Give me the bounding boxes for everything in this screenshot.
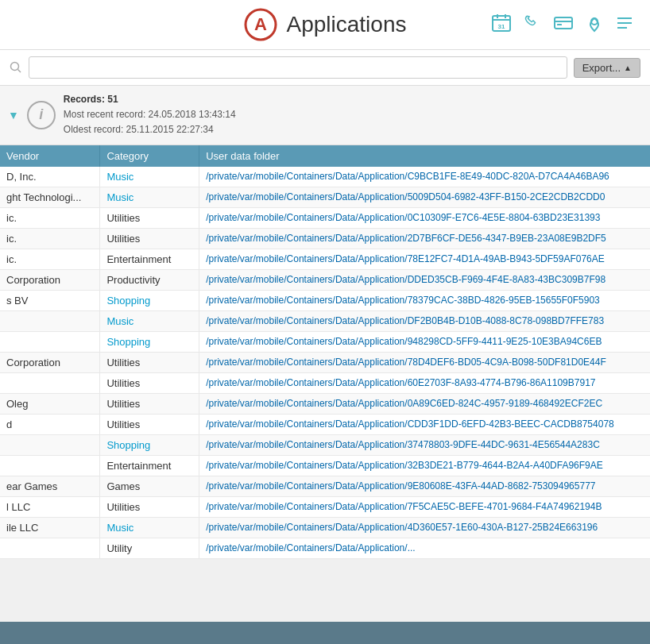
cell-vendor [0,455,100,476]
table-header: Vendor Category User data folder [0,145,650,167]
title-area: A Applications [244,8,407,41]
cell-vendor: ic. [0,228,100,249]
export-button[interactable]: Export... ▲ [574,58,640,78]
col-vendor: Vendor [0,145,100,167]
cell-path: /private/var/mobile/Containers/Data/Appl… [199,331,650,352]
search-icon [10,61,22,74]
phone-icon[interactable] [523,13,542,36]
header-toolbar: 31 [491,13,634,37]
app-header: A Applications 31 [0,0,650,50]
table-row: dUtilities/private/var/mobile/Containers… [0,414,650,434]
data-table-wrapper: Vendor Category User data folder D, Inc.… [0,145,650,559]
table-row: CorporationProductivity/private/var/mobi… [0,269,650,290]
table-row: OlegUtilities/private/var/mobile/Contain… [0,393,650,414]
cell-category: Productivity [100,269,199,290]
cell-category: Music [100,310,199,331]
cell-path: /private/var/mobile/Containers/Data/Appl… [199,455,650,476]
cell-path: /private/var/mobile/Containers/Data/Appl… [199,538,650,558]
cell-vendor [0,538,100,558]
cell-category: Shopping [100,331,199,352]
table-row: Utility/private/var/mobile/Containers/Da… [0,538,650,558]
table-row: s BVShopping/private/var/mobile/Containe… [0,290,650,310]
page-title: Applications [287,12,407,37]
cell-vendor: ic. [0,207,100,228]
cell-path: /private/var/mobile/Containers/Data/Appl… [199,310,650,331]
cell-category: Utilities [100,228,199,249]
svg-point-14 [11,63,19,71]
cell-vendor: ght Technologi... [0,187,100,207]
svg-text:31: 31 [498,23,505,30]
cell-category: Games [100,476,199,496]
table-row: Shopping/private/var/mobile/Containers/D… [0,331,650,352]
svg-rect-9 [557,24,562,25]
table-row: ic.Utilities/private/var/mobile/Containe… [0,207,650,228]
svg-text:A: A [254,14,267,34]
cell-path: /private/var/mobile/Containers/Data/Appl… [199,207,650,228]
menu-icon[interactable] [615,13,634,36]
cell-vendor [0,331,100,352]
table-row: CorporationUtilities/private/var/mobile/… [0,352,650,372]
cell-category: Utilities [100,207,199,228]
info-toggle-arrow[interactable]: ▼ [8,109,19,121]
cell-vendor: D, Inc. [0,167,100,187]
cell-category: Utilities [100,372,199,393]
cell-path: /private/var/mobile/Containers/Data/Appl… [199,476,650,496]
search-bar-area: Export... ▲ [0,50,650,86]
svg-rect-7 [555,17,572,29]
card-icon[interactable] [553,13,574,37]
applications-table: Vendor Category User data folder D, Inc.… [0,145,650,559]
search-input[interactable] [29,56,567,79]
cell-vendor: Corporation [0,352,100,372]
cell-path: /private/var/mobile/Containers/Data/Appl… [199,249,650,269]
cell-path: /private/var/mobile/Containers/Data/Appl… [199,434,650,455]
location-icon[interactable] [585,13,604,36]
table-row: ile LLCMusic/private/var/mobile/Containe… [0,517,650,538]
cell-path: /private/var/mobile/Containers/Data/Appl… [199,228,650,249]
col-user-data-folder: User data folder [199,145,650,167]
table-body: D, Inc.Music/private/var/mobile/Containe… [0,167,650,559]
info-icon: i [27,101,56,129]
cell-category: Music [100,517,199,538]
cell-category: Shopping [100,434,199,455]
cell-vendor: Oleg [0,393,100,414]
table-row: Shopping/private/var/mobile/Containers/D… [0,434,650,455]
cell-vendor: l LLC [0,496,100,517]
cell-category: Utilities [100,414,199,434]
table-row: D, Inc.Music/private/var/mobile/Containe… [0,167,650,187]
cell-vendor: ear Games [0,476,100,496]
cell-path: /private/var/mobile/Containers/Data/Appl… [199,393,650,414]
svg-line-15 [18,70,21,73]
cell-vendor: ic. [0,249,100,269]
app-logo-icon: A [244,8,277,41]
table-row: Music/private/var/mobile/Containers/Data… [0,310,650,331]
export-dropdown-arrow: ▲ [624,64,632,72]
info-text-block: Records: 51 Most recent record: 24.05.20… [64,92,236,138]
data-table-container[interactable]: Vendor Category User data folder D, Inc.… [0,145,650,559]
cell-category: Entertainment [100,455,199,476]
table-row: ght Technologi...Music/private/var/mobil… [0,187,650,207]
cell-path: /private/var/mobile/Containers/Data/Appl… [199,414,650,434]
cell-path: /private/var/mobile/Containers/Data/Appl… [199,372,650,393]
cell-vendor [0,372,100,393]
calendar-icon[interactable]: 31 [491,13,512,37]
cell-category: Utilities [100,352,199,372]
table-row: l LLCUtilities/private/var/mobile/Contai… [0,496,650,517]
table-row: Entertainment/private/var/mobile/Contain… [0,455,650,476]
cell-path: /private/var/mobile/Containers/Data/Appl… [199,187,650,207]
cell-category: Entertainment [100,249,199,269]
cell-path: /private/var/mobile/Containers/Data/Appl… [199,352,650,372]
cell-category: Shopping [100,290,199,310]
table-row: ic.Entertainment/private/var/mobile/Cont… [0,249,650,269]
cell-path: /private/var/mobile/Containers/Data/Appl… [199,269,650,290]
cell-category: Utilities [100,393,199,414]
cell-vendor: s BV [0,290,100,310]
cell-vendor [0,310,100,331]
cell-category: Music [100,187,199,207]
cell-category: Music [100,167,199,187]
bottom-bar [0,622,650,644]
cell-vendor: ile LLC [0,517,100,538]
col-category: Category [100,145,199,167]
cell-vendor: d [0,414,100,434]
cell-path: /private/var/mobile/Containers/Data/Appl… [199,290,650,310]
cell-category: Utilities [100,496,199,517]
